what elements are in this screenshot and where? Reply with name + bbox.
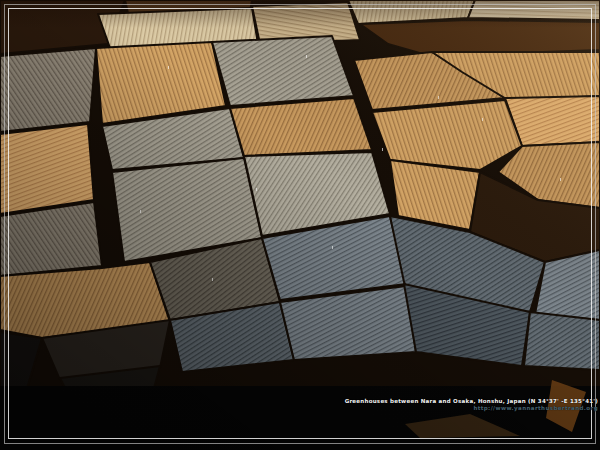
wallpaper-stage: Greenhouses between Nara and Osaka, Hons… — [0, 0, 600, 450]
photo-credit: Greenhouses between Nara and Osaka, Hons… — [345, 398, 598, 411]
photographer-website-url: http://www.yannarthusbertrand.org — [345, 405, 598, 412]
photo-caption-text: Greenhouses between Nara and Osaka, Hons… — [345, 398, 598, 405]
aerial-photo-greenhouses — [0, 0, 600, 450]
